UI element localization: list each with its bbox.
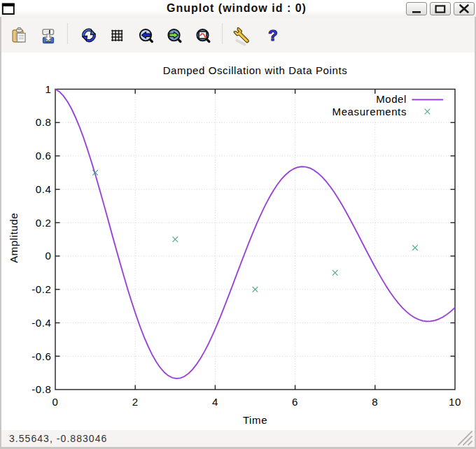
svg-text:0.6: 0.6 (36, 150, 52, 162)
svg-text:-0.8: -0.8 (31, 383, 51, 395)
svg-text:Damped Oscillation with Data P: Damped Oscillation with Data Points (163, 64, 348, 76)
svg-text:Measurements: Measurements (332, 106, 407, 117)
svg-text:0: 0 (46, 250, 52, 262)
svg-text:Time: Time (243, 414, 267, 426)
svg-text:10: 10 (449, 396, 461, 408)
svg-text:1: 1 (46, 83, 52, 95)
svg-text:0: 0 (52, 396, 59, 408)
svg-text:Model: Model (376, 93, 407, 105)
svg-text:0.8: 0.8 (36, 116, 52, 128)
svg-text:2: 2 (132, 396, 139, 408)
svg-text:Amplitude: Amplitude (8, 213, 20, 263)
svg-text:0.2: 0.2 (36, 217, 52, 229)
svg-text:-0.6: -0.6 (31, 350, 51, 362)
svg-text:4: 4 (212, 396, 218, 408)
svg-text:-0.2: -0.2 (31, 283, 51, 295)
svg-text:6: 6 (292, 396, 298, 408)
svg-text:-0.4: -0.4 (31, 317, 51, 329)
svg-text:0.4: 0.4 (36, 183, 52, 195)
svg-text:8: 8 (372, 396, 378, 408)
